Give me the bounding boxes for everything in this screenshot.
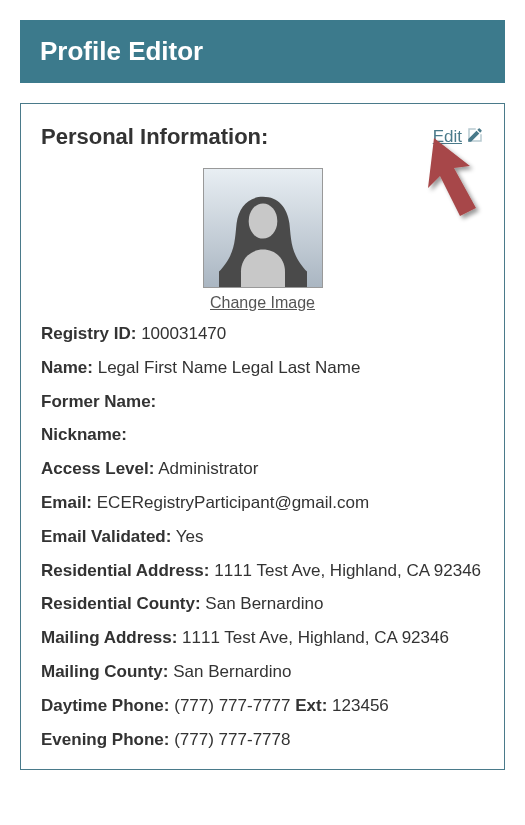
label-name: Name:: [41, 358, 93, 377]
edit-icon: [466, 126, 484, 149]
value-registry-id: 100031470: [141, 324, 226, 343]
label-residential-county: Residential County:: [41, 594, 201, 613]
field-former-name: Former Name:: [41, 390, 484, 414]
avatar-placeholder-icon: [203, 168, 323, 288]
value-name: Legal First Name Legal Last Name: [98, 358, 361, 377]
label-daytime-ext: Ext:: [295, 696, 327, 715]
value-evening-phone: (777) 777-7778: [174, 730, 290, 749]
avatar-section: Change Image: [41, 168, 484, 312]
value-email-validated: Yes: [176, 527, 204, 546]
edit-button[interactable]: Edit: [433, 126, 484, 149]
value-email: ECERegistryParticipant@gmail.com: [97, 493, 369, 512]
label-residential-address: Residential Address:: [41, 561, 209, 580]
label-daytime-phone: Daytime Phone:: [41, 696, 169, 715]
label-former-name: Former Name:: [41, 392, 156, 411]
field-residential-address: Residential Address: 1111 Test Ave, High…: [41, 559, 484, 583]
value-residential-county: San Bernardino: [205, 594, 323, 613]
label-registry-id: Registry ID:: [41, 324, 136, 343]
field-registry-id: Registry ID: 100031470: [41, 322, 484, 346]
page-title: Profile Editor: [40, 36, 203, 66]
section-title: Personal Information:: [41, 124, 268, 150]
value-mailing-county: San Bernardino: [173, 662, 291, 681]
edit-label: Edit: [433, 127, 462, 147]
field-mailing-county: Mailing County: San Bernardino: [41, 660, 484, 684]
field-email-validated: Email Validated: Yes: [41, 525, 484, 549]
field-email: Email: ECERegistryParticipant@gmail.com: [41, 491, 484, 515]
label-mailing-address: Mailing Address:: [41, 628, 177, 647]
field-daytime-phone: Daytime Phone: (777) 777-7777 Ext: 12345…: [41, 694, 484, 718]
field-access-level: Access Level: Administrator: [41, 457, 484, 481]
label-email-validated: Email Validated:: [41, 527, 171, 546]
field-evening-phone: Evening Phone: (777) 777-7778: [41, 728, 484, 752]
field-residential-county: Residential County: San Bernardino: [41, 592, 484, 616]
personal-info-card: Personal Information: Edit Change Image …: [20, 103, 505, 770]
label-nickname: Nickname:: [41, 425, 127, 444]
value-daytime-phone: (777) 777-7777: [174, 696, 290, 715]
value-residential-address: 1111 Test Ave, Highland, CA 92346: [214, 561, 481, 580]
value-access-level: Administrator: [158, 459, 258, 478]
page-header: Profile Editor: [20, 20, 505, 83]
label-evening-phone: Evening Phone:: [41, 730, 169, 749]
section-header: Personal Information: Edit: [41, 124, 484, 150]
field-nickname: Nickname:: [41, 423, 484, 447]
svg-point-0: [248, 203, 277, 238]
label-mailing-county: Mailing County:: [41, 662, 168, 681]
change-image-link[interactable]: Change Image: [210, 294, 315, 312]
label-email: Email:: [41, 493, 92, 512]
field-mailing-address: Mailing Address: 1111 Test Ave, Highland…: [41, 626, 484, 650]
value-daytime-ext: 123456: [332, 696, 389, 715]
value-mailing-address: 1111 Test Ave, Highland, CA 92346: [182, 628, 449, 647]
field-name: Name: Legal First Name Legal Last Name: [41, 356, 484, 380]
label-access-level: Access Level:: [41, 459, 154, 478]
